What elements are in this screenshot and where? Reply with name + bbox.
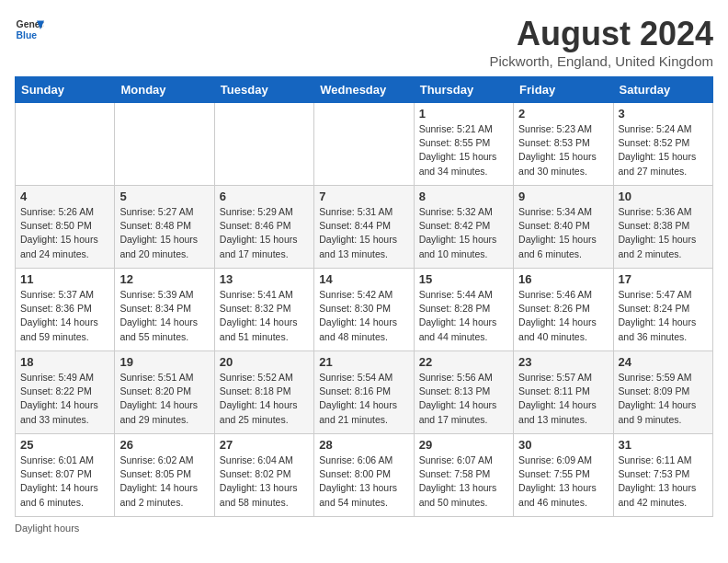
day-info: Sunrise: 5:51 AMSunset: 8:20 PMDaylight:… — [119, 371, 209, 427]
calendar-cell: 13Sunrise: 5:41 AMSunset: 8:32 PMDayligh… — [214, 269, 313, 351]
col-header-saturday: Saturday — [613, 77, 712, 103]
day-info: Sunrise: 6:02 AMSunset: 8:05 PMDaylight:… — [119, 454, 209, 510]
day-number: 5 — [119, 190, 209, 203]
calendar-cell: 27Sunrise: 6:04 AMSunset: 8:02 PMDayligh… — [214, 434, 313, 517]
day-number: 13 — [220, 272, 309, 286]
calendar-cell: 15Sunrise: 5:44 AMSunset: 8:28 PMDayligh… — [414, 269, 513, 351]
svg-text:Blue: Blue — [17, 30, 38, 40]
calendar-cell: 26Sunrise: 6:02 AMSunset: 8:05 PMDayligh… — [115, 434, 214, 517]
day-number: 29 — [419, 438, 508, 452]
calendar-table: SundayMondayTuesdayWednesdayThursdayFrid… — [15, 76, 713, 517]
col-header-sunday: Sunday — [16, 77, 115, 103]
day-number: 8 — [419, 190, 508, 203]
calendar-cell: 30Sunrise: 6:09 AMSunset: 7:55 PMDayligh… — [514, 434, 613, 517]
col-header-wednesday: Wednesday — [314, 77, 414, 103]
day-number: 27 — [220, 438, 309, 452]
calendar-cell: 8Sunrise: 5:32 AMSunset: 8:42 PMDaylight… — [414, 186, 513, 269]
calendar-cell: 31Sunrise: 6:11 AMSunset: 7:53 PMDayligh… — [613, 434, 712, 517]
calendar-cell: 2Sunrise: 5:23 AMSunset: 8:53 PMDaylight… — [514, 103, 613, 186]
calendar-cell: 22Sunrise: 5:56 AMSunset: 8:13 PMDayligh… — [414, 351, 513, 434]
calendar-cell: 9Sunrise: 5:34 AMSunset: 8:40 PMDaylight… — [514, 186, 613, 269]
day-info: Sunrise: 5:29 AMSunset: 8:46 PMDaylight:… — [220, 205, 309, 261]
day-number: 1 — [419, 107, 508, 121]
day-info: Sunrise: 5:31 AMSunset: 8:44 PMDaylight:… — [319, 205, 408, 261]
day-number: 6 — [220, 190, 309, 203]
calendar-cell: 28Sunrise: 6:06 AMSunset: 8:00 PMDayligh… — [314, 434, 414, 517]
day-info: Sunrise: 5:21 AMSunset: 8:55 PMDaylight:… — [419, 122, 508, 178]
title-area: August 2024 Pickworth, England, United K… — [490, 15, 713, 69]
day-number: 30 — [518, 438, 608, 452]
logo: General Blue — [15, 15, 44, 44]
day-number: 12 — [119, 272, 209, 286]
day-number: 31 — [619, 438, 708, 452]
day-number: 11 — [20, 272, 109, 286]
day-number: 18 — [20, 355, 109, 369]
day-info: Sunrise: 5:36 AMSunset: 8:38 PMDaylight:… — [619, 205, 708, 261]
calendar-cell: 1Sunrise: 5:21 AMSunset: 8:55 PMDaylight… — [414, 103, 513, 186]
calendar-cell: 20Sunrise: 5:52 AMSunset: 8:18 PMDayligh… — [214, 351, 313, 434]
day-info: Sunrise: 5:57 AMSunset: 8:11 PMDaylight:… — [518, 371, 608, 427]
day-info: Sunrise: 5:54 AMSunset: 8:16 PMDaylight:… — [319, 371, 408, 427]
calendar-cell: 25Sunrise: 6:01 AMSunset: 8:07 PMDayligh… — [16, 434, 115, 517]
day-info: Sunrise: 5:23 AMSunset: 8:53 PMDaylight:… — [518, 122, 608, 178]
day-info: Sunrise: 6:11 AMSunset: 7:53 PMDaylight:… — [619, 454, 708, 510]
day-number: 15 — [419, 272, 508, 286]
day-info: Sunrise: 5:49 AMSunset: 8:22 PMDaylight:… — [20, 371, 109, 427]
day-info: Sunrise: 5:42 AMSunset: 8:30 PMDaylight:… — [319, 288, 408, 344]
calendar-cell — [16, 103, 115, 186]
day-info: Sunrise: 5:37 AMSunset: 8:36 PMDaylight:… — [20, 288, 109, 344]
calendar-cell: 10Sunrise: 5:36 AMSunset: 8:38 PMDayligh… — [613, 186, 712, 269]
day-info: Sunrise: 5:44 AMSunset: 8:28 PMDaylight:… — [419, 288, 508, 344]
day-info: Sunrise: 5:27 AMSunset: 8:48 PMDaylight:… — [119, 205, 209, 261]
day-info: Sunrise: 5:59 AMSunset: 8:09 PMDaylight:… — [619, 371, 708, 427]
calendar-cell: 6Sunrise: 5:29 AMSunset: 8:46 PMDaylight… — [214, 186, 313, 269]
day-number: 14 — [319, 272, 408, 286]
day-info: Sunrise: 5:24 AMSunset: 8:52 PMDaylight:… — [619, 122, 708, 178]
month-title: August 2024 — [490, 15, 713, 53]
day-number: 25 — [20, 438, 109, 452]
calendar-cell: 11Sunrise: 5:37 AMSunset: 8:36 PMDayligh… — [16, 269, 115, 351]
day-number: 26 — [119, 438, 209, 452]
day-number: 20 — [220, 355, 309, 369]
calendar-cell: 7Sunrise: 5:31 AMSunset: 8:44 PMDaylight… — [314, 186, 414, 269]
day-number: 9 — [518, 190, 608, 203]
calendar-cell: 12Sunrise: 5:39 AMSunset: 8:34 PMDayligh… — [115, 269, 214, 351]
calendar-cell: 19Sunrise: 5:51 AMSunset: 8:20 PMDayligh… — [115, 351, 214, 434]
day-number: 22 — [419, 355, 508, 369]
day-info: Sunrise: 6:09 AMSunset: 7:55 PMDaylight:… — [518, 454, 608, 510]
day-number: 16 — [518, 272, 608, 286]
location: Pickworth, England, United Kingdom — [490, 53, 713, 69]
day-info: Sunrise: 5:39 AMSunset: 8:34 PMDaylight:… — [119, 288, 209, 344]
calendar-cell: 14Sunrise: 5:42 AMSunset: 8:30 PMDayligh… — [314, 269, 414, 351]
day-info: Sunrise: 6:01 AMSunset: 8:07 PMDaylight:… — [20, 454, 109, 510]
day-info: Sunrise: 5:34 AMSunset: 8:40 PMDaylight:… — [518, 205, 608, 261]
day-info: Sunrise: 6:07 AMSunset: 7:58 PMDaylight:… — [419, 454, 508, 510]
col-header-tuesday: Tuesday — [214, 77, 313, 103]
day-info: Sunrise: 5:56 AMSunset: 8:13 PMDaylight:… — [419, 371, 508, 427]
day-info: Sunrise: 5:41 AMSunset: 8:32 PMDaylight:… — [220, 288, 309, 344]
day-number: 4 — [20, 190, 109, 203]
day-number: 17 — [619, 272, 708, 286]
page-header: General Blue August 2024 Pickworth, Engl… — [15, 15, 713, 69]
day-number: 10 — [619, 190, 708, 203]
day-info: Sunrise: 5:47 AMSunset: 8:24 PMDaylight:… — [619, 288, 708, 344]
col-header-thursday: Thursday — [414, 77, 513, 103]
day-number: 2 — [518, 107, 608, 121]
day-info: Sunrise: 5:32 AMSunset: 8:42 PMDaylight:… — [419, 205, 508, 261]
calendar-cell: 29Sunrise: 6:07 AMSunset: 7:58 PMDayligh… — [414, 434, 513, 517]
day-info: Sunrise: 5:26 AMSunset: 8:50 PMDaylight:… — [20, 205, 109, 261]
day-number: 21 — [319, 355, 408, 369]
day-info: Sunrise: 5:52 AMSunset: 8:18 PMDaylight:… — [220, 371, 309, 427]
calendar-cell — [314, 103, 414, 186]
day-number: 28 — [319, 438, 408, 452]
day-number: 7 — [319, 190, 408, 203]
calendar-cell: 17Sunrise: 5:47 AMSunset: 8:24 PMDayligh… — [613, 269, 712, 351]
day-info: Sunrise: 6:04 AMSunset: 8:02 PMDaylight:… — [220, 454, 309, 510]
col-header-friday: Friday — [514, 77, 613, 103]
day-number: 3 — [619, 107, 708, 121]
day-number: 19 — [119, 355, 209, 369]
day-number: 23 — [518, 355, 608, 369]
logo-icon: General Blue — [15, 15, 44, 44]
calendar-cell: 24Sunrise: 5:59 AMSunset: 8:09 PMDayligh… — [613, 351, 712, 434]
calendar-cell: 23Sunrise: 5:57 AMSunset: 8:11 PMDayligh… — [514, 351, 613, 434]
